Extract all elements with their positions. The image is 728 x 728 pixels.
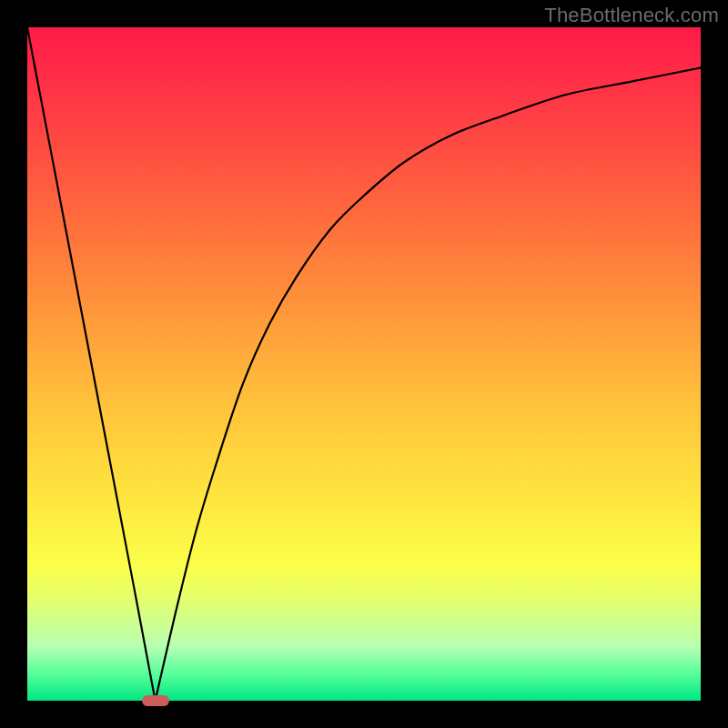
watermark-text: TheBottleneck.com — [544, 4, 719, 27]
chart-frame: TheBottleneck.com — [0, 0, 728, 728]
bottleneck-marker — [142, 695, 169, 706]
plot-area — [27, 27, 701, 701]
curve-left-branch — [27, 27, 156, 701]
curve-right-branch — [156, 67, 701, 701]
curve-svg — [27, 27, 701, 701]
